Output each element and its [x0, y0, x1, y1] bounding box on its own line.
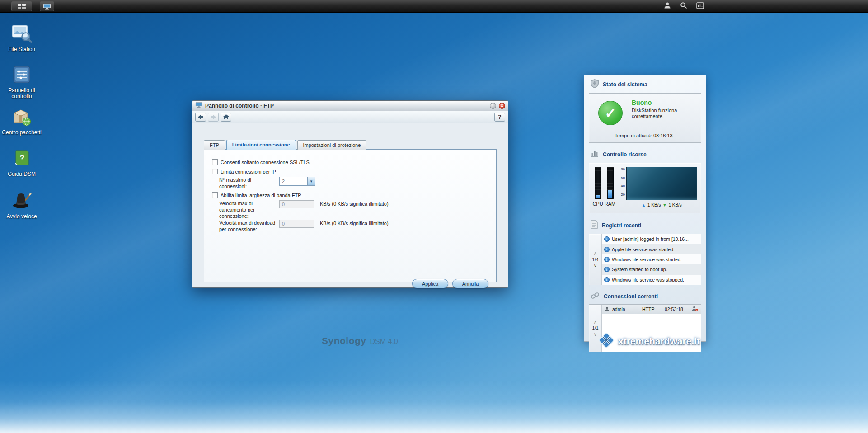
bandwidth-limit-checkbox[interactable]	[212, 192, 218, 198]
page-down-icon[interactable]: ∨	[594, 332, 597, 337]
logs-page-indicator: 1/4	[592, 257, 599, 262]
network-chart	[626, 167, 697, 200]
page-up-icon[interactable]: ∧	[594, 251, 597, 256]
minimize-button[interactable]: –	[490, 103, 496, 109]
status-uptime: Tempo di attività: 03:16:13	[589, 133, 698, 138]
log-text: User [admin] logged in from [10.16...	[612, 236, 689, 242]
download-speed-input[interactable]: 0	[279, 220, 314, 228]
user-icon	[664, 2, 671, 11]
connection-user: admin	[612, 306, 639, 312]
resources-box: CPU RAM 80 60 40 20 ▲ 1 KB/s ▼ 1 KB/s	[589, 163, 701, 213]
max-connections-label: N° massimo di connessioni:	[219, 177, 264, 189]
info-icon: i	[604, 267, 610, 272]
show-desktop-icon	[43, 3, 51, 10]
log-row[interactable]: i Apple file service was started.	[602, 244, 701, 254]
watermark: xtremehardware.it	[597, 331, 700, 351]
desktop-icon-control-panel[interactable]: Pannello di controllo	[0, 66, 43, 99]
ssl-only-checkbox[interactable]	[212, 159, 218, 165]
window-toolbar: ?	[192, 111, 508, 123]
desktop-icon-dsm-help[interactable]: ? Guida DSM	[0, 149, 43, 177]
control-panel-window: Pannello di controllo - FTP – ✕ ?	[192, 100, 508, 288]
current-connections-header: Connessioni correnti	[584, 288, 706, 303]
cpu-meter: CPU	[594, 167, 602, 211]
log-row[interactable]: i User [admin] logged in from [10.16...	[602, 234, 701, 244]
upload-rate: 1 KB/s	[647, 202, 661, 207]
log-row[interactable]: i Windows file service was started.	[602, 254, 701, 264]
close-button[interactable]: ✕	[499, 103, 505, 109]
system-status-box: ✓ Buono DiskStation funziona correttamen…	[589, 93, 701, 143]
apply-button[interactable]: Applica	[412, 279, 448, 288]
download-speed-suffix: KB/s (0 KB/s significa illimitato).	[320, 221, 390, 226]
pilot-view-button[interactable]	[694, 1, 706, 12]
xtremehardware-logo-icon	[597, 331, 615, 351]
connections-page-indicator: 1/1	[592, 326, 599, 331]
upload-speed-label: Velocità max di caricamento per connessi…	[219, 200, 269, 219]
ram-label: RAM	[605, 201, 615, 207]
log-text: System started to boot up.	[612, 267, 667, 272]
section-title: Connessioni correnti	[604, 293, 658, 300]
user-icon	[605, 306, 610, 312]
window-body: FTP Limitazioni connessione Impostazioni…	[192, 123, 508, 287]
home-button[interactable]	[221, 113, 231, 122]
status-ok-icon: ✓	[598, 101, 623, 125]
log-text: Windows file service was started.	[612, 257, 682, 262]
logs-pagination: ∧ 1/4 ∨	[589, 234, 602, 285]
window-titlebar[interactable]: Pannello di controllo - FTP – ✕	[192, 101, 508, 111]
upload-arrow-icon: ▲	[642, 203, 646, 207]
y-tick: 80	[621, 168, 625, 171]
user-menu-button[interactable]	[661, 1, 674, 12]
kick-user-icon[interactable]	[692, 306, 698, 312]
search-button[interactable]	[677, 1, 690, 12]
page-up-icon[interactable]: ∧	[594, 320, 597, 325]
ram-meter: RAM	[606, 167, 614, 211]
tab-connection-limits[interactable]: Limitazioni connessione	[226, 140, 296, 150]
system-widget: Stato del sistema ✓ Buono DiskStation fu…	[584, 75, 706, 342]
resources-header: Controllo risorse	[584, 146, 706, 162]
limit-ip-label: Limita connessioni per IP	[221, 169, 276, 175]
max-connections-select[interactable]: 2 ▼	[279, 177, 315, 186]
desktop-icon-label: File Station	[0, 47, 43, 52]
bandwidth-limit-label: Abilita limita larghezza di banda FTP	[221, 192, 301, 198]
limit-ip-checkbox[interactable]	[212, 169, 218, 174]
bar-chart-icon	[591, 150, 599, 160]
status-description: DiskStation funziona correttamente.	[632, 108, 699, 119]
cpu-meter-bar	[595, 167, 601, 199]
main-menu-button[interactable]	[11, 1, 32, 11]
download-speed-label: Velocità max di download per connessione…	[219, 220, 283, 232]
upload-speed-suffix: KB/s (0 KB/s significa illimitato).	[320, 201, 390, 207]
taskbar-right	[661, 0, 706, 13]
log-row[interactable]: i Windows file service was stopped.	[602, 275, 701, 285]
cancel-button[interactable]: Annulla	[452, 279, 488, 288]
watermark-text: xtremehardware.it	[618, 336, 700, 347]
desktop-icon-file-station[interactable]: File Station	[0, 24, 43, 52]
package-center-icon	[11, 108, 32, 128]
search-icon	[680, 2, 687, 11]
document-icon	[591, 220, 598, 231]
desktop-icon-package-center[interactable]: Centro pacchetti	[0, 108, 43, 136]
log-row[interactable]: i System started to boot up.	[602, 264, 701, 274]
svg-text:?: ?	[20, 154, 24, 162]
ssl-only-label: Consenti soltanto connessione SSL/TLS	[221, 159, 310, 165]
desktop-icon-label: Guida DSM	[0, 171, 43, 177]
y-tick: 60	[621, 176, 625, 180]
wallpaper-horizon-glow	[0, 381, 868, 433]
tab-panel: Consenti soltanto connessione SSL/TLS Li…	[204, 149, 497, 282]
quick-start-icon	[11, 191, 32, 212]
download-arrow-icon: ▼	[662, 203, 666, 207]
forward-button[interactable]	[208, 113, 219, 122]
upload-speed-input[interactable]: 0	[279, 200, 314, 208]
show-desktop-button[interactable]	[40, 1, 54, 11]
desktop-icon-label: Pannello di controllo	[0, 88, 43, 99]
help-button[interactable]: ?	[494, 113, 505, 122]
link-icon	[591, 292, 600, 301]
tab-security-settings[interactable]: Impostazioni di protezione	[297, 140, 367, 150]
tab-ftp[interactable]: FTP	[204, 140, 225, 150]
desktop-icon-quick-start[interactable]: Avvio veloce	[0, 191, 43, 220]
log-text: Windows file service was stopped.	[612, 277, 684, 282]
back-button[interactable]	[195, 113, 206, 122]
connection-row[interactable]: admin HTTP 02:53:18	[602, 305, 701, 314]
log-rows: i User [admin] logged in from [10.16... …	[602, 234, 701, 285]
max-connections-value: 2	[280, 179, 307, 184]
page-down-icon[interactable]: ∨	[594, 264, 597, 268]
connection-protocol: HTTP	[642, 306, 662, 312]
